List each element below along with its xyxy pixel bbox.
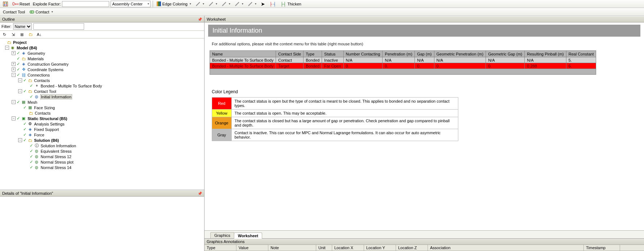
check-icon: ✓ <box>30 143 33 148</box>
details-panel-title: Details of "Initial Information" 📌 <box>0 190 204 197</box>
wire-tool-2[interactable] <box>207 1 219 7</box>
table-header[interactable]: Contact Side <box>276 51 304 57</box>
annotations-col[interactable]: Location Z <box>396 245 428 251</box>
tab-graphics[interactable]: Graphics <box>210 232 234 238</box>
annotations-col[interactable]: Location X <box>332 245 364 251</box>
tree-model[interactable]: Model (B4) <box>16 46 37 50</box>
tree-contacts2[interactable]: Contacts <box>34 111 51 115</box>
check-icon: ✓ <box>23 132 26 137</box>
tree-materials[interactable]: Materials <box>27 57 44 61</box>
tree-ns12[interactable]: Normal Stress 12 <box>40 155 72 159</box>
tree-mesh[interactable]: Mesh <box>27 100 38 104</box>
assembly-center-combo[interactable]: Assembly Center <box>111 1 150 7</box>
tree-constr-geom[interactable]: Construction Geometry <box>27 62 69 66</box>
contact-dropdown[interactable]: Contact <box>28 9 54 15</box>
expander[interactable]: + <box>12 67 16 71</box>
legend-swatch: Orange <box>212 117 232 129</box>
contact-status-table[interactable]: NameContact SideTypeStatusNumber Contact… <box>210 50 596 75</box>
table-header[interactable]: Geometric Penetration (m) <box>434 51 486 57</box>
expander[interactable]: − <box>12 73 16 77</box>
details-body <box>0 197 204 251</box>
reset-button[interactable]: 0↤ Reset <box>11 1 31 7</box>
tree-ns14[interactable]: Normal Stress 14 <box>40 165 72 170</box>
tree-connections[interactable]: Connections <box>27 73 50 77</box>
collapse-icon[interactable]: ⊞ <box>19 32 25 37</box>
tree-contacts[interactable]: Contacts <box>34 78 50 83</box>
wire-tool-1[interactable] <box>194 1 206 7</box>
annotations-col[interactable]: Location Y <box>364 245 396 251</box>
tree-analysis[interactable]: Analysis Settings <box>34 122 65 126</box>
tree-force[interactable]: Force <box>34 133 45 137</box>
table-header[interactable]: Geometric Gap (m) <box>486 51 525 57</box>
annotations-col[interactable]: Value <box>236 245 268 251</box>
measure-tool[interactable]: ├┤ <box>268 1 278 7</box>
pin-icon[interactable]: 📌 <box>198 17 202 21</box>
ns14-icon: ◍ <box>34 165 39 170</box>
legend-row: GrayContact is inactive. This can occur … <box>212 129 458 141</box>
filter-text-input[interactable] <box>33 23 84 30</box>
materials-icon: 🗀 <box>21 56 26 61</box>
expander[interactable]: − <box>12 100 16 104</box>
table-header[interactable]: Name <box>210 51 276 57</box>
expander[interactable]: − <box>5 46 9 50</box>
tree-face-sizing[interactable]: Face Sizing <box>34 106 55 110</box>
tab-worksheet[interactable]: Worksheet <box>234 233 262 239</box>
expander[interactable]: + <box>12 62 16 66</box>
tree-initial-info[interactable]: Initial Information <box>40 94 72 99</box>
expander[interactable]: − <box>12 116 16 120</box>
sort-icon[interactable]: A↓ <box>36 32 42 37</box>
expander[interactable]: − <box>18 78 22 82</box>
refresh-icon[interactable]: ↻ <box>1 32 7 37</box>
solinfo-icon: ⓘ <box>34 143 39 148</box>
annotations-col[interactable]: Note <box>268 245 316 251</box>
wire-tool-4[interactable] <box>233 1 245 7</box>
expander[interactable]: − <box>18 138 22 142</box>
pin-icon[interactable]: 📌 <box>198 192 202 196</box>
random-colors-icon[interactable] <box>1 1 9 7</box>
table-cell: N/A <box>434 57 486 63</box>
check-icon: ✓ <box>17 56 20 61</box>
contact-tool-button[interactable]: Contact Tool <box>1 9 26 15</box>
table-header[interactable]: Status <box>322 51 343 57</box>
tree-fixed[interactable]: Fixed Support <box>34 127 59 132</box>
folder-icon[interactable]: 🗀 <box>28 32 33 37</box>
tree-contact-tool[interactable]: Contact Tool <box>34 89 57 94</box>
outline-tree[interactable]: 🗀Project −◉Model (B4) +✓◈Geometry ✓🗀Mate… <box>0 38 204 190</box>
table-header[interactable]: Resulting Pinball (m) <box>525 51 566 57</box>
annotations-col[interactable]: Unit <box>316 245 332 251</box>
expand-icon[interactable]: ⇲ <box>10 32 16 37</box>
annotations-col[interactable]: Timestamp <box>584 245 620 251</box>
table-row[interactable]: Bonded - Multiple To Surface BodyContact… <box>210 57 596 63</box>
legend-row: OrangeThe contact status is closed but h… <box>212 117 458 129</box>
table-row[interactable]: Bonded - Multiple To Surface BodyTargetB… <box>210 63 596 69</box>
tree-project[interactable]: Project <box>13 40 27 45</box>
table-header[interactable]: Number Contacting <box>343 51 383 57</box>
expander[interactable]: + <box>12 51 16 55</box>
tree-coord[interactable]: Coordinate Systems <box>27 67 64 72</box>
thicken-button[interactable]: ├┤ Thicken <box>279 1 303 7</box>
wire-tool-5[interactable] <box>246 1 258 7</box>
filter-type-select[interactable]: Name <box>13 23 32 30</box>
cursor-tool[interactable]: ➤ <box>259 1 267 7</box>
edge-coloring-button[interactable]: Edge Coloring <box>155 1 193 7</box>
tree-eqstress[interactable]: Equivalent Stress <box>40 149 72 153</box>
annotations-col[interactable]: Type <box>205 245 236 251</box>
explode-factor-input[interactable] <box>62 1 109 7</box>
table-header[interactable]: Type <box>304 51 322 57</box>
table-header[interactable]: Penetration (m) <box>383 51 415 57</box>
tree-geometry[interactable]: Geometry <box>27 51 45 55</box>
check-icon: ✓ <box>23 127 26 132</box>
tree-solution[interactable]: Solution (B6) <box>34 138 59 143</box>
tree-static[interactable]: Static Structural (B5) <box>27 116 67 121</box>
table-header[interactable]: Gap (m) <box>415 51 434 57</box>
contact-icon <box>29 9 34 15</box>
wire-tool-3[interactable] <box>220 1 232 7</box>
tree-solinfo[interactable]: Solution Information <box>40 144 77 148</box>
tree-nsplot[interactable]: Normal Stress plot <box>40 160 74 164</box>
tree-bonded[interactable]: Bonded - Multiple To Surface Body <box>40 84 102 88</box>
table-header[interactable]: Real Constant <box>566 51 596 57</box>
table-cell: Contact <box>276 57 304 63</box>
expander[interactable]: − <box>18 89 22 93</box>
thicken-label: Thicken <box>287 2 301 6</box>
annotations-col[interactable]: Association <box>428 245 584 251</box>
